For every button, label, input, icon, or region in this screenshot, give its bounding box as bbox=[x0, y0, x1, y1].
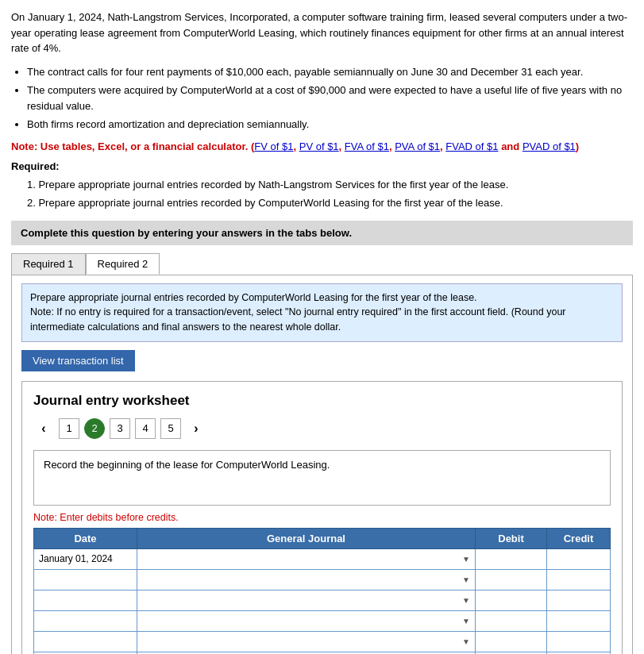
dropdown-arrow-1[interactable]: ▼ bbox=[462, 555, 470, 564]
col-header-date: Date bbox=[34, 528, 137, 548]
col-header-credit: Credit bbox=[547, 528, 611, 548]
note-bold-text: Note: Use tables, Excel, or a financial … bbox=[11, 140, 248, 152]
col-header-journal: General Journal bbox=[137, 528, 476, 548]
date-cell-4[interactable] bbox=[34, 610, 137, 631]
note-line: Note: Use tables, Excel, or a financial … bbox=[11, 140, 633, 152]
journal-cell-3[interactable]: ▼ bbox=[137, 590, 476, 610]
bullet-item-2: The computers were acquired by ComputerW… bbox=[27, 83, 633, 113]
required-items-list: 1. Prepare appropriate journal entries r… bbox=[27, 177, 633, 211]
journal-cell-2[interactable]: ▼ bbox=[137, 569, 476, 590]
record-description-box: Record the beginning of the lease for Co… bbox=[33, 450, 611, 506]
note-debits: Note: Enter debits before credits. bbox=[33, 512, 611, 523]
tab-required-1[interactable]: Required 1 bbox=[11, 253, 86, 275]
tabs-row: Required 1 Required 2 bbox=[11, 253, 633, 275]
table-row: January 01, 2024 ▼ bbox=[34, 548, 611, 569]
tab-content: Prepare appropriate journal entries reco… bbox=[11, 275, 633, 655]
next-page-button[interactable]: › bbox=[186, 418, 206, 439]
bullet-list: The contract calls for four rent payment… bbox=[27, 64, 633, 133]
required-item-1: 1. Prepare appropriate journal entries r… bbox=[27, 177, 633, 193]
table-row: ▼ bbox=[34, 590, 611, 610]
table-row: ▼ bbox=[34, 631, 611, 652]
complete-banner: Complete this question by entering your … bbox=[11, 221, 633, 245]
journal-table: Date General Journal Debit Credit Januar… bbox=[33, 528, 611, 654]
fv-link[interactable]: FV of $1 bbox=[254, 140, 293, 152]
pvad-link[interactable]: PVAD of $1 bbox=[523, 140, 576, 152]
debit-cell-2[interactable] bbox=[476, 569, 547, 590]
journal-cell-4[interactable]: ▼ bbox=[137, 610, 476, 631]
journal-cell-5[interactable]: ▼ bbox=[137, 631, 476, 652]
debit-cell-4[interactable] bbox=[476, 610, 547, 631]
required-label: Required: bbox=[11, 160, 633, 172]
pagination-row: ‹ 1 2 3 4 5 › bbox=[33, 418, 611, 439]
view-transaction-button[interactable]: View transaction list bbox=[21, 350, 135, 371]
col-header-debit: Debit bbox=[476, 528, 547, 548]
date-cell-2[interactable] bbox=[34, 569, 137, 590]
fvad-link[interactable]: FVAD of $1 bbox=[445, 140, 498, 152]
date-cell-3[interactable] bbox=[34, 590, 137, 610]
credit-cell-2[interactable] bbox=[547, 569, 611, 590]
date-cell-1[interactable]: January 01, 2024 bbox=[34, 548, 137, 569]
required-item-2: 2. Prepare appropriate journal entries r… bbox=[27, 195, 633, 211]
worksheet-box: Journal entry worksheet ‹ 1 2 3 4 5 › Re… bbox=[21, 381, 623, 654]
debit-cell-1[interactable] bbox=[476, 548, 547, 569]
prev-page-button[interactable]: ‹ bbox=[33, 418, 54, 439]
fva-link[interactable]: FVA of $1 bbox=[345, 140, 389, 152]
dropdown-arrow-4[interactable]: ▼ bbox=[462, 617, 470, 625]
pva-link[interactable]: PVA of $1 bbox=[395, 140, 440, 152]
debit-cell-3[interactable] bbox=[476, 590, 547, 610]
page-5-button[interactable]: 5 bbox=[160, 418, 181, 439]
dropdown-arrow-2[interactable]: ▼ bbox=[462, 575, 470, 584]
dropdown-arrow-5[interactable]: ▼ bbox=[462, 637, 470, 646]
instruction-box: Prepare appropriate journal entries reco… bbox=[21, 283, 623, 342]
intro-paragraph: On January 1, 2024, Nath-Langstrom Servi… bbox=[11, 10, 633, 56]
page-4-button[interactable]: 4 bbox=[135, 418, 156, 439]
credit-cell-3[interactable] bbox=[547, 590, 611, 610]
date-cell-5[interactable] bbox=[34, 631, 137, 652]
journal-cell-1[interactable]: ▼ bbox=[137, 548, 476, 569]
debit-cell-5[interactable] bbox=[476, 631, 547, 652]
page-2-button[interactable]: 2 bbox=[84, 418, 105, 439]
page-3-button[interactable]: 3 bbox=[110, 418, 130, 439]
tab-required-2[interactable]: Required 2 bbox=[86, 253, 160, 275]
page-1-button[interactable]: 1 bbox=[59, 418, 79, 439]
pv-link[interactable]: PV of $1 bbox=[299, 140, 339, 152]
credit-cell-1[interactable] bbox=[547, 548, 611, 569]
table-row: ▼ bbox=[34, 610, 611, 631]
bullet-item-3: Both firms record amortization and depre… bbox=[27, 117, 633, 133]
bullet-item-1: The contract calls for four rent payment… bbox=[27, 64, 633, 80]
worksheet-title: Journal entry worksheet bbox=[33, 393, 611, 409]
dropdown-arrow-3[interactable]: ▼ bbox=[462, 596, 470, 605]
instruction-text: Prepare appropriate journal entries reco… bbox=[30, 292, 566, 333]
table-row: ▼ bbox=[34, 569, 611, 590]
credit-cell-4[interactable] bbox=[547, 610, 611, 631]
credit-cell-5[interactable] bbox=[547, 631, 611, 652]
